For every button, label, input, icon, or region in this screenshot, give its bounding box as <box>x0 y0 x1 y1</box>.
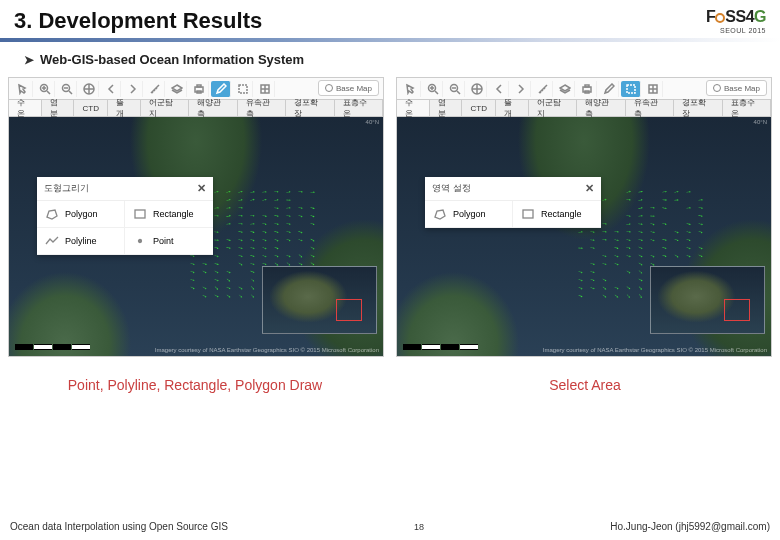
tool-option-label: Polygon <box>453 209 486 219</box>
map-toolbar: Base Map <box>396 77 772 99</box>
layers-tool-icon[interactable] <box>167 81 187 97</box>
tool-option-polyline[interactable]: Polyline <box>37 228 125 255</box>
tool-option-rect[interactable]: Rectangle <box>125 201 213 228</box>
svg-rect-8 <box>135 210 145 218</box>
draw-tool-icon[interactable] <box>211 81 231 97</box>
tool-option-polygon[interactable]: Polygon <box>425 201 513 228</box>
layer-tab[interactable]: 뜰개 <box>496 100 529 116</box>
layer-tab[interactable]: 해양관측 <box>189 100 237 116</box>
section-subhead: ➤Web-GIS-based Ocean Information System <box>0 52 780 77</box>
ptr-tool-icon[interactable] <box>13 81 33 97</box>
layer-tab[interactable]: 수온 <box>397 100 430 116</box>
layer-tabstrip: 수온염분CTD뜰개어군탐지해양관측유속관측경포확장표층수온 <box>396 99 772 117</box>
footer-author: Ho.Jung-Jeon (jhj5992@gmail.com) <box>610 521 770 532</box>
zoomout-tool-icon[interactable] <box>445 81 465 97</box>
svg-rect-14 <box>585 85 589 87</box>
close-icon[interactable]: ✕ <box>197 182 206 195</box>
conference-logo: FSS4G SEOUL 2015 <box>706 8 766 34</box>
logo-letters-ss4: SS4 <box>725 8 754 25</box>
layer-tab[interactable]: 경포확장 <box>674 100 722 116</box>
scale-bar <box>403 344 478 350</box>
layer-tab[interactable]: 유속관측 <box>238 100 286 116</box>
layer-tabstrip: 수온염분CTD뜰개어군탐지해양관측유속관측경포확장표층수온 <box>8 99 384 117</box>
polygon-icon <box>433 208 447 220</box>
rect-icon <box>521 208 535 220</box>
svg-point-9 <box>139 240 142 243</box>
layer-tab[interactable]: 뜰개 <box>108 100 141 116</box>
layer-tab[interactable]: 염분 <box>430 100 463 116</box>
map-toolbar: Base Map <box>8 77 384 99</box>
tool-option-label: Rectangle <box>153 209 194 219</box>
back-tool-icon[interactable] <box>101 81 121 97</box>
layer-tab[interactable]: 유속관측 <box>626 100 674 116</box>
layer-tab[interactable]: 수온 <box>9 100 42 116</box>
tool-option-polygon[interactable]: Polygon <box>37 201 125 228</box>
panel-caption-select: Select Area <box>390 377 780 393</box>
layer-tab[interactable]: CTD <box>74 100 107 116</box>
rect-icon <box>133 208 147 220</box>
subhead-text: Web-GIS-based Ocean Information System <box>40 52 304 67</box>
grid-tool-icon[interactable] <box>255 81 275 97</box>
measure-tool-icon[interactable] <box>145 81 165 97</box>
back-tool-icon[interactable] <box>489 81 509 97</box>
ptr-tool-icon[interactable] <box>401 81 421 97</box>
measure-tool-icon[interactable] <box>533 81 553 97</box>
map-viewport[interactable]: 40°N →→→→→→→→→→→→→→→→→→→→→→→→→→→→→→→→→→→… <box>396 117 772 357</box>
map-viewport[interactable]: 40°N →→→→→→→→→→→→→→→→→→→→→→→→→→→→→→→→→→→… <box>8 117 384 357</box>
map-attribution: Imagery courtesy of NASA Earthstar Geogr… <box>543 347 767 353</box>
tool-option-label: Polygon <box>65 209 98 219</box>
logo-letter-g: G <box>754 8 766 25</box>
panel-caption-draw: Point, Polyline, Rectangle, Polygon Draw <box>0 377 390 393</box>
basemap-switcher[interactable]: Base Map <box>706 80 767 96</box>
layer-tab[interactable]: CTD <box>462 100 495 116</box>
zoomout-tool-icon[interactable] <box>57 81 77 97</box>
select-tool-icon[interactable] <box>621 81 641 97</box>
tool-option-label: Point <box>153 236 174 246</box>
tool-option-label: Rectangle <box>541 209 582 219</box>
svg-rect-6 <box>239 85 247 93</box>
draw-tool-icon[interactable] <box>599 81 619 97</box>
layer-tab[interactable]: 어군탐지 <box>529 100 577 116</box>
popup-title-text: 영역 설정 <box>432 182 471 195</box>
select-tool-icon[interactable] <box>233 81 253 97</box>
extent-box <box>724 299 750 321</box>
tool-option-label: Polyline <box>65 236 97 246</box>
fwd-tool-icon[interactable] <box>123 81 143 97</box>
layers-tool-icon[interactable] <box>555 81 575 97</box>
logo-letter-f: F <box>706 8 715 25</box>
polyline-icon <box>45 235 59 247</box>
page-title: 3. Development Results <box>14 8 262 34</box>
tool-option-rect[interactable]: Rectangle <box>513 201 601 228</box>
layer-tab[interactable]: 어군탐지 <box>141 100 189 116</box>
world-tool-icon[interactable] <box>467 81 487 97</box>
print-tool-icon[interactable] <box>189 81 209 97</box>
screenshot-panel-select: Base Map 수온염분CTD뜰개어군탐지해양관측유속관측경포확장표층수온 4… <box>396 77 772 357</box>
polygon-icon <box>45 208 59 220</box>
zoomin-tool-icon[interactable] <box>35 81 55 97</box>
overview-minimap[interactable] <box>262 266 377 334</box>
layer-tab[interactable]: 해양관측 <box>577 100 625 116</box>
draw-tools-popup: 도형그리기✕ PolygonRectanglePolylinePoint <box>37 177 213 255</box>
layer-tab[interactable]: 경포확장 <box>286 100 334 116</box>
extent-box <box>336 299 362 321</box>
tool-option-point[interactable]: Point <box>125 228 213 255</box>
logo-subtitle: SEOUL 2015 <box>720 27 766 34</box>
page-number: 18 <box>414 522 424 532</box>
select-area-popup: 영역 설정✕ PolygonRectangle <box>425 177 601 228</box>
fwd-tool-icon[interactable] <box>511 81 531 97</box>
layer-tab[interactable]: 표층수온 <box>335 100 383 116</box>
overview-minimap[interactable] <box>650 266 765 334</box>
screenshot-panel-draw: Base Map 수온염분CTD뜰개어군탐지해양관측유속관측경포확장표층수온 4… <box>8 77 384 357</box>
coord-label: 40°N <box>754 119 767 125</box>
bullet-arrow-icon: ➤ <box>24 53 34 67</box>
layer-tab[interactable]: 표층수온 <box>723 100 771 116</box>
layer-tab[interactable]: 염분 <box>42 100 75 116</box>
point-icon <box>133 235 147 247</box>
world-tool-icon[interactable] <box>79 81 99 97</box>
basemap-switcher[interactable]: Base Map <box>318 80 379 96</box>
grid-tool-icon[interactable] <box>643 81 663 97</box>
zoomin-tool-icon[interactable] <box>423 81 443 97</box>
print-tool-icon[interactable] <box>577 81 597 97</box>
close-icon[interactable]: ✕ <box>585 182 594 195</box>
popup-title-text: 도형그리기 <box>44 182 89 195</box>
